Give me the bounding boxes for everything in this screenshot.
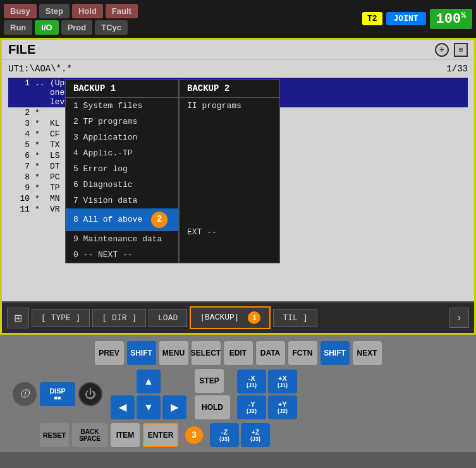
disp-key[interactable]: DISP■■	[40, 382, 75, 406]
file-icons: + ⊞	[435, 43, 468, 57]
prev-key[interactable]: PREV	[95, 341, 124, 365]
busy-button[interactable]: Busy	[4, 4, 37, 18]
backup2-item-5	[180, 161, 279, 177]
arrow-down-key[interactable]: ▼	[137, 395, 161, 419]
plus-y-j2-key[interactable]: +Y(J2)	[268, 395, 297, 419]
enter-key[interactable]: ENTER	[143, 423, 178, 447]
item-key[interactable]: ITEM	[111, 423, 140, 447]
backup2-item-3	[180, 129, 279, 145]
grid-toolbar-icon: ⊞	[14, 312, 22, 324]
reset-key[interactable]: RESET	[40, 423, 69, 447]
type-button[interactable]: [ TYPE ]	[32, 309, 90, 327]
axis-x-y-group: -X(J1) +X(J1) -Y(J2) +Y(J2)	[237, 369, 297, 419]
file-browser: UT1:\AOA\*.* 1/33 1 .. (Up one level) <D…	[2, 60, 474, 301]
step-key[interactable]: STEP	[195, 369, 224, 393]
arrow-pad: ▲ ◀ ▼ ▶	[111, 369, 186, 419]
backup2-item-4	[180, 145, 279, 161]
menu-item-vision-data[interactable]: 7 Vision data	[66, 193, 178, 208]
menu-item-all-above[interactable]: 8 All of above 2	[66, 208, 178, 231]
fctn-key[interactable]: FCTN	[288, 341, 317, 365]
menu-item-maintenance[interactable]: 9 Maintenance data	[66, 231, 178, 247]
dropdown-overlay: BACKUP 1 1 System files 2 TP programs 3 …	[65, 79, 280, 263]
step-hold-group: STEP HOLD	[195, 369, 230, 419]
backup2-header: BACKUP 2	[180, 80, 279, 98]
minus-x-j1-key[interactable]: -X(J1)	[237, 369, 266, 393]
backup2-item-1[interactable]: II programs	[180, 98, 279, 114]
menu-item-tp-programs[interactable]: 2 TP programs	[66, 114, 178, 129]
badge-2: 2	[151, 212, 168, 228]
arrow-right-key[interactable]: ▶	[162, 395, 186, 419]
fault-button[interactable]: Fault	[106, 4, 138, 18]
shift-key-right[interactable]: SHIFT	[320, 341, 350, 365]
backup1-header: BACKUP 1	[66, 80, 178, 98]
backspace-key[interactable]: BACKSPACE	[72, 423, 107, 447]
file-header: FILE + ⊞	[2, 40, 474, 60]
dir-button[interactable]: [ DIR ]	[92, 309, 146, 327]
run-button[interactable]: Run	[4, 20, 32, 35]
keyboard-row-2: ⓘ DISP■■ ⏻ ▲ ◀ ▼ ▶ STEP HOLD -X(J1) +X(J…	[13, 369, 463, 419]
file-title: FILE	[8, 42, 35, 57]
util-button[interactable]: TIL ]	[273, 309, 317, 327]
next-key[interactable]: NEXT	[353, 341, 382, 365]
toolbar-badge-1: 1	[248, 311, 260, 324]
menu-key[interactable]: MENU	[159, 341, 188, 365]
step-button[interactable]: Step	[39, 4, 70, 18]
status-buttons-left: Busy Step Hold Fault Run I/O Prod TCyc	[4, 4, 138, 35]
hold-key[interactable]: HOLD	[195, 395, 230, 419]
menu-item-system-files[interactable]: 1 System files	[66, 98, 178, 114]
arrow-up-key[interactable]: ▲	[137, 369, 161, 393]
select-key[interactable]: SELECT	[192, 341, 221, 365]
menu-item-error-log[interactable]: 5 Error log	[66, 161, 178, 177]
grid-icon[interactable]: ⊞	[454, 43, 468, 57]
tcyc-button[interactable]: TCyc	[95, 20, 128, 35]
disp-power-group: DISP■■	[40, 382, 75, 406]
backup-button[interactable]: |BACKUP| 1	[190, 306, 271, 329]
minus-z-j3-key[interactable]: -Z(J3)	[210, 423, 239, 447]
shift-key-left[interactable]: SHIFT	[127, 341, 156, 365]
plus-z-j3-key[interactable]: +Z(J3)	[241, 423, 270, 447]
t2-badge: T2	[362, 12, 382, 25]
plus-x-j1-key[interactable]: +X(J1)	[268, 369, 297, 393]
power-key[interactable]: ⏻	[78, 382, 102, 406]
file-path: UT1:\AOA\*.*	[8, 64, 72, 74]
backup2-item-6	[180, 177, 279, 193]
mode-indicators: T2 JOINT 100%	[362, 9, 472, 29]
top-status-bar: Busy Step Hold Fault Run I/O Prod TCyc T…	[0, 0, 476, 38]
bottom-toolbar: ⊞ [ TYPE ] [ DIR ] LOAD |BACKUP| 1 TIL ]…	[2, 301, 474, 333]
hold-button[interactable]: Hold	[72, 4, 103, 18]
backup2-item-8	[180, 208, 279, 224]
path-row: UT1:\AOA\*.* 1/33	[8, 64, 468, 74]
backup2-item-10	[180, 240, 279, 256]
joint-badge: JOINT	[386, 12, 426, 25]
backup2-menu: BACKUP 2 II programs EXT --	[179, 79, 280, 263]
menu-item-diagnostic[interactable]: 6 Diagnostic	[66, 177, 178, 193]
toolbar-arrow-button[interactable]: ›	[449, 308, 469, 328]
backup1-menu: BACKUP 1 1 System files 2 TP programs 3 …	[65, 79, 179, 263]
edit-key[interactable]: EDIT	[224, 341, 253, 365]
menu-item-application[interactable]: 3 Application	[66, 129, 178, 145]
axis-z-group: -Z(J3) +Z(J3)	[210, 423, 270, 447]
backup2-item-ext[interactable]: EXT --	[180, 224, 279, 240]
minus-y-j2-key[interactable]: -Y(J2)	[237, 395, 266, 419]
arrow-left-key[interactable]: ◀	[111, 395, 135, 419]
speed-percent: 100%	[430, 9, 472, 29]
keyboard-row-1: PREV SHIFT MENU SELECT EDIT DATA FCTN SH…	[13, 341, 463, 365]
info-key[interactable]: ⓘ	[13, 382, 37, 406]
plus-icon[interactable]: +	[435, 43, 449, 57]
keyboard-area: PREV SHIFT MENU SELECT EDIT DATA FCTN SH…	[0, 335, 476, 452]
prod-button[interactable]: Prod	[61, 20, 93, 35]
grid-toolbar-button[interactable]: ⊞	[7, 308, 29, 328]
load-button[interactable]: LOAD	[149, 309, 187, 327]
io-button[interactable]: I/O	[35, 20, 58, 35]
main-panel: FILE + ⊞ UT1:\AOA\*.* 1/33 1 .. (Up one …	[0, 38, 476, 335]
backup2-item-7	[180, 193, 279, 208]
menu-item-next[interactable]: 0 -- NEXT --	[66, 247, 178, 263]
data-key[interactable]: DATA	[256, 341, 285, 365]
keyboard-row-3: RESET BACKSPACE ITEM ENTER 3 -Z(J3) +Z(J…	[13, 423, 463, 447]
badge-3: 3	[185, 426, 203, 444]
file-page: 1/33	[446, 64, 468, 74]
backup2-item-2	[180, 114, 279, 129]
menu-item-applic-tp[interactable]: 4 Applic.-TP	[66, 145, 178, 161]
